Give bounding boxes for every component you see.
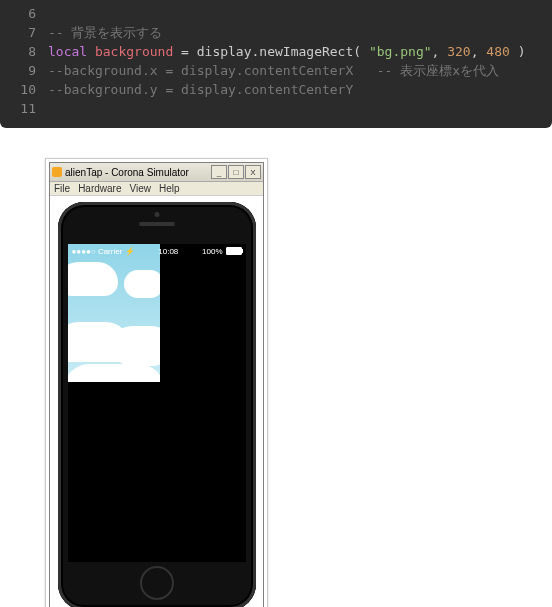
phone-camera xyxy=(154,212,159,217)
time-label: 10:08 xyxy=(158,247,178,256)
app-icon xyxy=(52,167,62,177)
code-line[interactable]: 9--background.x = display.contentCenterX… xyxy=(0,61,552,80)
code-content: -- 背景を表示する xyxy=(48,23,162,43)
carrier-label: ●●●●○ Carrier ⚡ xyxy=(72,247,135,256)
line-number: 9 xyxy=(0,61,48,81)
battery-label: 100% xyxy=(202,247,222,256)
cloud-shape xyxy=(68,364,160,382)
code-line[interactable]: 10--background.y = display.contentCenter… xyxy=(0,80,552,99)
battery-icon xyxy=(226,247,242,255)
simulator-window: alienTap - Corona Simulator _ □ X File H… xyxy=(49,162,264,607)
code-line[interactable]: 7-- 背景を表示する xyxy=(0,23,552,42)
line-number: 10 xyxy=(0,80,48,100)
line-number: 8 xyxy=(0,42,48,62)
code-line[interactable]: 11 xyxy=(0,99,552,118)
code-content: --background.x = display.contentCenterX … xyxy=(48,61,499,81)
cloud-shape xyxy=(112,326,160,366)
code-line[interactable]: 6 xyxy=(0,4,552,23)
titlebar[interactable]: alienTap - Corona Simulator _ □ X xyxy=(50,163,263,182)
cloud-shape xyxy=(68,262,118,296)
menubar: File Hardware View Help xyxy=(50,182,263,196)
phone-frame: ●●●●○ Carrier ⚡ 10:08 100% xyxy=(58,202,256,607)
background-image xyxy=(68,244,160,382)
menu-hardware[interactable]: Hardware xyxy=(78,183,121,194)
home-button[interactable] xyxy=(140,566,174,600)
close-button[interactable]: X xyxy=(245,165,261,179)
simulator-container: alienTap - Corona Simulator _ □ X File H… xyxy=(45,158,268,607)
menu-help[interactable]: Help xyxy=(159,183,180,194)
code-content: --background.y = display.contentCenterY xyxy=(48,80,353,100)
phone-speaker xyxy=(139,222,175,226)
maximize-button[interactable]: □ xyxy=(228,165,244,179)
line-number: 11 xyxy=(0,99,48,119)
menu-view[interactable]: View xyxy=(129,183,151,194)
code-editor: 67-- 背景を表示する8local background = display.… xyxy=(0,0,552,128)
status-bar: ●●●●○ Carrier ⚡ 10:08 100% xyxy=(68,244,246,258)
code-line[interactable]: 8local background = display.newImageRect… xyxy=(0,42,552,61)
phone-screen: ●●●●○ Carrier ⚡ 10:08 100% xyxy=(68,244,246,562)
simulator-body: ●●●●○ Carrier ⚡ 10:08 100% xyxy=(50,196,263,607)
minimize-button[interactable]: _ xyxy=(211,165,227,179)
line-number: 6 xyxy=(0,4,48,24)
cloud-shape xyxy=(124,270,160,298)
window-title: alienTap - Corona Simulator xyxy=(65,167,189,178)
menu-file[interactable]: File xyxy=(54,183,70,194)
line-number: 7 xyxy=(0,23,48,43)
code-content: local background = display.newImageRect(… xyxy=(48,42,525,62)
